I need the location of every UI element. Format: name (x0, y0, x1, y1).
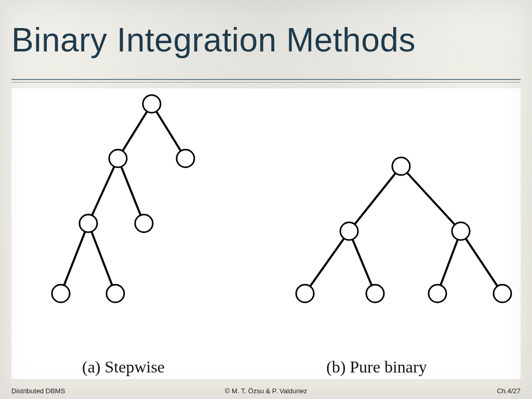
tree-node (296, 285, 314, 302)
tree-node (366, 285, 384, 302)
tree-node (143, 95, 161, 113)
slide-title: Binary Integration Methods (11, 21, 416, 59)
tree-node (52, 285, 70, 302)
tree-node (177, 150, 194, 167)
caption-b-prefix: (b) (326, 357, 350, 376)
tree-node (452, 222, 470, 240)
tree-node (392, 157, 410, 175)
tree-edge (310, 238, 344, 286)
tree-edge (91, 232, 112, 285)
tree-edge (121, 167, 140, 215)
tree-edge (156, 111, 181, 151)
tree-edge (353, 240, 372, 286)
tree-edge (64, 232, 85, 285)
footer-right: Ch.4/27 (497, 387, 521, 395)
tree-edge (92, 166, 114, 215)
tree-node (107, 285, 124, 302)
tree-edge (466, 238, 497, 286)
tree-edge (441, 240, 458, 285)
caption-a-text: Stepwise (105, 357, 165, 376)
caption-b-text: Pure binary (350, 357, 427, 376)
caption-a-prefix: (a) (82, 357, 105, 376)
tree-edge (407, 173, 455, 225)
tree-node (79, 215, 97, 232)
caption-pure-binary: (b) Pure binary (326, 357, 427, 377)
slide: Binary Integration Methods (a) Stepwise … (0, 0, 532, 399)
tree-node (109, 150, 127, 167)
tree-node (494, 285, 511, 302)
tree-node (429, 285, 446, 302)
tree-edge (355, 173, 396, 224)
tree-edge (123, 111, 147, 151)
title-rule-bottom (11, 82, 521, 83)
footer-center: © M. T. Özsu & P. Valduriez (0, 387, 532, 395)
diagram-area (11, 88, 521, 379)
footer: Distributed DBMS © M. T. Özsu & P. Valdu… (0, 387, 532, 395)
integration-trees-svg (11, 88, 521, 348)
title-rule-top (11, 79, 521, 80)
caption-stepwise: (a) Stepwise (82, 357, 165, 377)
tree-node (340, 222, 358, 240)
tree-node (135, 215, 153, 232)
